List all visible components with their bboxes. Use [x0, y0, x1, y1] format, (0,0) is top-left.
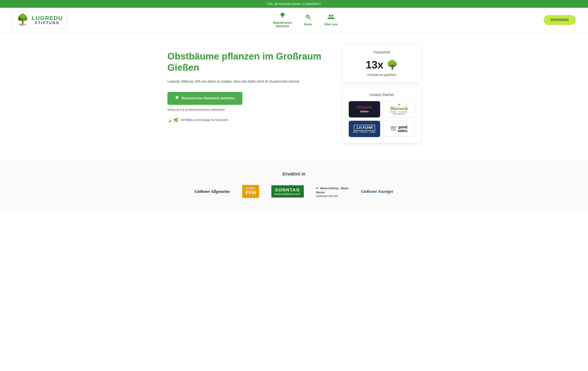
press-giessener-anzeiger: Gießener Anzeiger — [361, 189, 393, 194]
banner-text: Zeit, gemeinsam etwas zu bewirken? — [267, 2, 321, 6]
join-note: Schon ab 3 € im Monat kannst du mitmache… — [168, 108, 327, 111]
giessener-allgemeine-text: Gießener Allgemeine — [195, 189, 230, 194]
leaf-icons: 🍃 🌿 — [168, 118, 178, 122]
meine-arrow-icon: » — [316, 186, 318, 190]
partner-goodsales: goodsales. — [383, 121, 415, 137]
nav-news[interactable]: News — [304, 14, 312, 26]
svg-point-7 — [24, 24, 26, 25]
right-panel: Fortschritt 13x 🌳 Obstbäume gepflanzt Un… — [343, 44, 420, 143]
svg-point-16 — [176, 96, 178, 99]
logo-text: LUGREDU STIFTUNG — [32, 15, 63, 25]
sonntag-logo: SONNTAG MORGENMAGAZIN — [271, 185, 304, 197]
svg-point-20 — [394, 126, 396, 128]
press-section: Erwähnt in Gießener Allgemeine Hit Radio… — [0, 159, 588, 210]
svg-point-15 — [331, 15, 333, 17]
goodsales-icon — [390, 125, 397, 133]
news-icon — [305, 14, 311, 21]
progress-count: 13x — [366, 59, 383, 71]
left-panel: Obstbäume pflanzen im Großraum Gießen Lu… — [168, 44, 327, 122]
svg-rect-9 — [282, 16, 283, 18]
svg-point-18 — [391, 126, 393, 128]
nav-news-label: News — [304, 22, 312, 26]
svg-point-6 — [21, 24, 24, 26]
partner-fuhr: J.H.FUHR SPIEL · FREIZEIT · HOBBY — [349, 121, 380, 137]
spenden-button[interactable]: SPENDEN — [544, 15, 576, 25]
svg-point-19 — [393, 126, 394, 128]
logo-stiftung: STIFTUNG — [32, 21, 63, 25]
svg-point-5 — [19, 24, 22, 25]
logo-lugredu: LUGREDU — [32, 15, 63, 21]
top-banner: Zeit, gemeinsam etwas zu bewirken? — [0, 0, 588, 8]
svg-line-11 — [309, 18, 311, 19]
network-members-text: 33 Blätter und Zweige im Netzwerk — [180, 118, 228, 121]
network-members: 🍃 🌿 33 Blätter und Zweige im Netzwerk — [168, 118, 327, 122]
logo[interactable]: LUGREDU STIFTUNG — [12, 11, 67, 29]
press-logos: Gießener Allgemeine Hit Radio FFH SONNTA… — [16, 185, 572, 198]
header: LUGREDU STIFTUNG BaumkronenNetzwerk — [0, 8, 588, 32]
svg-point-8 — [281, 13, 285, 16]
blattwerk-sub: KUNST · KAFFEE · HANDWERK — [385, 111, 413, 115]
join-button-label: Baumkronen-Netzwerk beitreten — [182, 96, 235, 100]
main-content: Obstbäume pflanzen im Großraum Gießen Lu… — [151, 32, 437, 159]
goodsales-name: goodsales. — [398, 125, 408, 133]
giessener-anzeiger-text: Gießener Anzeiger — [361, 189, 393, 194]
ueber-uns-icon — [327, 14, 335, 21]
progress-card-title: Fortschritt — [349, 50, 415, 55]
nav-baumkronen-label: BaumkronenNetzwerk — [273, 21, 292, 28]
svg-point-3 — [20, 14, 25, 18]
press-giessener-allgemeine: Gießener Allgemeine — [195, 189, 230, 194]
kinopolis-location: Gießen — [357, 110, 372, 113]
ffh-badge: Hit Radio FFH — [242, 185, 259, 198]
page-description: Lugredu Stiftung: Hilf uns dabei zu zeig… — [168, 79, 327, 84]
partner-kinopolis: Kinopolis Gießen — [349, 101, 380, 118]
nav-ueber-uns-label: Über uns — [325, 22, 338, 26]
leaf-icon-2: 🌿 — [173, 118, 178, 122]
svg-rect-13 — [307, 17, 308, 17]
progress-content: 13x 🌳 — [349, 59, 415, 71]
progress-tree-icon: 🌳 — [387, 59, 398, 70]
nav-ueber-uns[interactable]: Über uns — [325, 14, 338, 26]
press-sonntag: SONNTAG MORGENMAGAZIN — [271, 185, 304, 197]
svg-point-14 — [329, 15, 331, 17]
logo-tree-icon — [17, 13, 29, 27]
svg-point-12 — [307, 16, 308, 17]
fuhr-sub: SPIEL · FREIZEIT · HOBBY — [353, 131, 376, 133]
meine-zeitung-text: » Meine Zeitung – Meine Woche GIEΒENER Z… — [316, 185, 349, 198]
baumkronen-icon — [280, 12, 286, 20]
press-title: Erwähnt in — [16, 171, 572, 177]
partners-card-title: Unsere Partner — [349, 93, 415, 97]
svg-rect-4 — [22, 21, 23, 24]
partners-card: Unsere Partner Kinopolis Gießen 🌿 Blattw… — [343, 87, 420, 143]
blattwerk-name: Blattwerk — [390, 106, 408, 111]
nav-baumkronen[interactable]: BaumkronenNetzwerk — [273, 12, 292, 28]
press-meine-zeitung: » Meine Zeitung – Meine Woche GIEΒENER Z… — [316, 185, 349, 198]
press-ffh: Hit Radio FFH — [242, 185, 259, 198]
leaf-icon-1: 🍃 — [168, 118, 173, 122]
join-button-icon — [175, 96, 179, 101]
partners-grid: Kinopolis Gießen 🌿 Blattwerk KUNST · KAF… — [349, 101, 415, 137]
page-title: Obstbäume pflanzen im Großraum Gießen — [168, 51, 327, 73]
kinopolis-name: Kinopolis — [357, 106, 372, 109]
progress-label: Obstbäume gepflanzt — [349, 73, 415, 76]
fuhr-name: J.H.FUHR — [354, 125, 375, 131]
svg-rect-17 — [177, 98, 178, 100]
progress-card: Fortschritt 13x 🌳 Obstbäume gepflanzt — [343, 44, 420, 82]
partner-blattwerk: 🌿 Blattwerk KUNST · KAFFEE · HANDWERK — [383, 101, 415, 118]
join-button[interactable]: Baumkronen-Netzwerk beitreten — [168, 92, 242, 105]
navigation: BaumkronenNetzwerk News Übe — [273, 12, 338, 28]
